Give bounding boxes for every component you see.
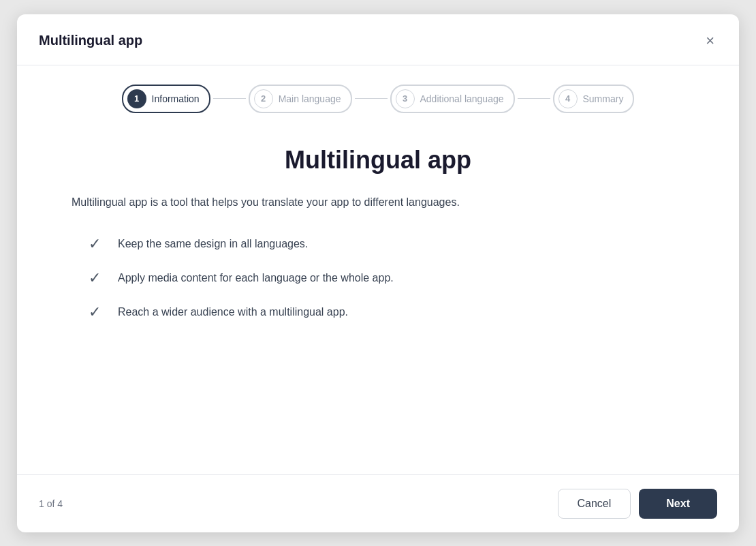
- step-1-label: Information: [152, 93, 200, 104]
- wizard-modal: Multilingual app × 1 Information 2 Main …: [17, 14, 739, 532]
- step-2[interactable]: 2 Main language: [249, 85, 352, 113]
- stepper: 1 Information 2 Main language 3 Addition…: [17, 65, 739, 130]
- step-3[interactable]: 3 Additional language: [390, 85, 515, 113]
- step-2-label: Main language: [279, 93, 341, 104]
- step-connector-3: [518, 98, 550, 99]
- step-4-label: Summary: [583, 93, 624, 104]
- feature-text-2: Apply media content for each language or…: [118, 272, 394, 284]
- content-title: Multilingual app: [72, 146, 684, 175]
- feature-text-1: Keep the same design in all languages.: [118, 238, 308, 250]
- step-2-badge: 2: [254, 89, 273, 108]
- close-button[interactable]: ×: [703, 31, 717, 51]
- feature-item-2: ✓ Apply media content for each language …: [85, 269, 684, 287]
- feature-item-3: ✓ Reach a wider audience with a multilin…: [85, 303, 684, 321]
- modal-footer: 1 of 4 Cancel Next: [17, 474, 739, 532]
- checkmark-icon-1: ✓: [85, 235, 104, 253]
- modal-header: Multilingual app ×: [17, 14, 739, 65]
- step-4-badge: 4: [558, 89, 578, 108]
- modal-content: Multilingual app Multilingual app is a t…: [17, 130, 739, 474]
- feature-item-1: ✓ Keep the same design in all languages.: [85, 235, 684, 253]
- step-1-badge: 1: [127, 89, 146, 108]
- next-button[interactable]: Next: [639, 489, 717, 519]
- page-indicator: 1 of 4: [39, 498, 63, 509]
- feature-list: ✓ Keep the same design in all languages.…: [72, 235, 684, 321]
- checkmark-icon-2: ✓: [85, 269, 104, 287]
- modal-title: Multilingual app: [39, 33, 142, 48]
- step-3-label: Additional language: [420, 93, 504, 104]
- step-connector-1: [213, 98, 246, 99]
- footer-buttons: Cancel Next: [558, 489, 718, 519]
- step-1[interactable]: 1 Information: [122, 85, 210, 113]
- checkmark-icon-3: ✓: [85, 303, 104, 321]
- step-4[interactable]: 4 Summary: [553, 85, 635, 113]
- cancel-button[interactable]: Cancel: [558, 489, 631, 519]
- content-description: Multilingual app is a tool that helps yo…: [72, 194, 684, 211]
- step-3-badge: 3: [396, 89, 415, 108]
- feature-text-3: Reach a wider audience with a multilingu…: [118, 306, 348, 318]
- step-connector-2: [355, 98, 388, 99]
